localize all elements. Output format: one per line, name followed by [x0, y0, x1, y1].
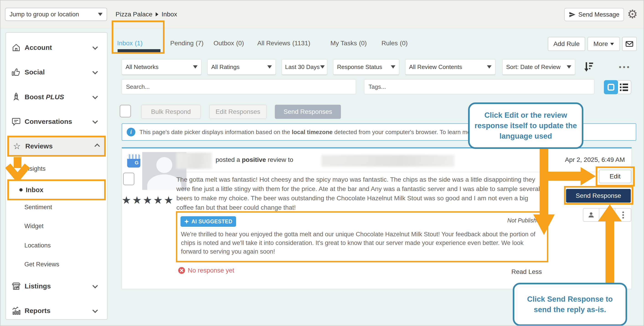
- select-all-checkbox[interactable]: [120, 105, 131, 117]
- breadcrumb-current: Inbox: [162, 11, 177, 18]
- rocket-icon: [11, 92, 22, 102]
- active-bullet-icon: [19, 188, 22, 191]
- reviews-inbox-page: Jump to group or location Pizza Palace I…: [0, 0, 644, 326]
- sidebar-item-label: Inbox: [26, 186, 43, 194]
- email-button[interactable]: [622, 37, 637, 51]
- chevron-down-icon: [193, 65, 198, 68]
- filter-networks[interactable]: All Networks: [122, 59, 202, 75]
- filter-response-status[interactable]: Response Status: [333, 59, 399, 75]
- sidebar-item-label: Social: [24, 68, 45, 76]
- more-button[interactable]: More: [588, 37, 620, 51]
- chevron-down-icon: [92, 283, 98, 288]
- caret-down-icon: [610, 43, 614, 45]
- chevron-down-icon: [567, 65, 571, 68]
- more-options-button[interactable]: •••: [619, 63, 631, 71]
- highlight-box-edit-button: [596, 166, 635, 186]
- jump-to-group-dropdown[interactable]: Jump to group or location: [5, 8, 107, 21]
- list-view-toggle[interactable]: [617, 80, 631, 94]
- circle-x-icon: [178, 267, 185, 274]
- tags-input[interactable]: [364, 79, 594, 94]
- sidebar-item-get-reviews[interactable]: Get Reviews: [24, 258, 93, 271]
- plus-badge: PLUS: [46, 93, 64, 101]
- chevron-down-icon: [92, 307, 98, 313]
- send-message-button[interactable]: Send Message: [564, 8, 624, 21]
- avatar-silhouette: [156, 157, 172, 173]
- card-view-toggle[interactable]: [604, 80, 618, 94]
- envelope-icon: [626, 41, 633, 47]
- storefront-icon: [11, 281, 22, 291]
- annotation-arrow-down-to-inbox: [6, 157, 33, 180]
- review-posted-line: posted a positive review to: [216, 152, 293, 168]
- star-rating: ★★★★★: [122, 194, 174, 206]
- read-less-link[interactable]: Read Less: [511, 268, 542, 276]
- paper-plane-icon: [569, 11, 576, 18]
- sidebar-item-label: Conversations: [24, 118, 72, 125]
- google-business-icon: G: [127, 154, 140, 168]
- banner-text: This page's date picker displays informa…: [140, 129, 478, 136]
- card-view-icon: [608, 84, 614, 91]
- chevron-up-icon: [94, 143, 100, 149]
- chevron-down-icon: [487, 65, 492, 68]
- sidebar-item-reviews[interactable]: ☆ Reviews: [7, 136, 106, 157]
- gear-icon[interactable]: ⚙: [627, 8, 638, 20]
- ai-suggested-badge: AI SUGGESTED: [180, 216, 236, 227]
- filter-review-contents[interactable]: All Review Contents: [405, 59, 496, 75]
- breadcrumb-separator-icon: [156, 12, 158, 16]
- chevron-down-icon: [98, 13, 102, 16]
- sidebar-item-label: Reviews: [25, 142, 53, 150]
- chart-icon: [11, 306, 22, 316]
- search-input[interactable]: [122, 79, 356, 94]
- breadcrumb-root[interactable]: Pizza Palace: [116, 11, 152, 18]
- star-icon: ☆: [12, 141, 22, 151]
- ai-response-text[interactable]: We're thrilled to hear you enjoyed the g…: [181, 230, 542, 256]
- tab-all-reviews[interactable]: All Reviews(1131): [257, 38, 310, 49]
- sidebar-item-boost-plus[interactable]: Boost PLUS: [11, 90, 102, 104]
- filter-sort[interactable]: Sort: Date of Review: [502, 59, 575, 75]
- edit-responses-button[interactable]: Edit Responses: [209, 105, 266, 119]
- sidebar-item-account[interactable]: Account: [11, 41, 102, 54]
- list-view-icon: [620, 83, 628, 85]
- sidebar-item-reports[interactable]: Reports: [11, 304, 102, 318]
- add-rule-button[interactable]: Add Rule: [548, 37, 585, 51]
- filter-date-range[interactable]: Last 30 Days: [282, 59, 327, 75]
- tab-outbox[interactable]: Outbox(0): [214, 38, 244, 49]
- sidebar-item-conversations[interactable]: Conversations: [11, 115, 102, 128]
- sidebar-item-listings[interactable]: Listings: [11, 279, 102, 293]
- sort-direction-button[interactable]: [584, 61, 594, 73]
- sidebar-item-locations[interactable]: Locations: [24, 239, 93, 252]
- bulk-respond-button[interactable]: Bulk Respond: [141, 105, 201, 119]
- tab-rules[interactable]: Rules(0): [382, 38, 408, 49]
- no-response-status: No response yet: [178, 267, 234, 274]
- callout-send-instruction: Click Send Response to send the reply as…: [513, 283, 627, 326]
- highlight-box-inbox-tab: [112, 20, 164, 54]
- home-icon: [11, 43, 22, 52]
- sidebar-item-label: Listings: [24, 282, 51, 290]
- send-responses-button[interactable]: Send Responses: [275, 105, 341, 119]
- review-select-checkbox[interactable]: [123, 173, 134, 185]
- sidebar-item-label: Account: [24, 44, 52, 51]
- sidebar-item-social[interactable]: Social: [11, 65, 102, 79]
- callout-send-text: Click Send Response to send the reply as…: [518, 294, 622, 315]
- chevron-down-icon: [391, 65, 396, 68]
- chevron-down-icon: [92, 44, 98, 50]
- sparkle-icon: [184, 219, 189, 224]
- annotation-arrow-edit-and-response: [532, 148, 598, 239]
- sort-descending-icon: [584, 61, 594, 72]
- business-name-redacted: [321, 155, 454, 167]
- tab-my-tasks[interactable]: My Tasks(0): [330, 38, 367, 49]
- sidebar-item-inbox[interactable]: Inbox: [7, 179, 106, 200]
- chevron-down-icon: [267, 65, 272, 68]
- info-icon: i: [127, 128, 135, 136]
- sidebar-item-sentiment[interactable]: Sentiment: [24, 201, 93, 214]
- sidebar-item-insights[interactable]: Insights: [24, 162, 93, 175]
- chevron-down-icon: [92, 94, 98, 99]
- reviewer-name-redacted: [176, 153, 212, 169]
- chevron-down-icon: [92, 118, 98, 124]
- thumbs-up-icon: [11, 67, 22, 77]
- tab-pending[interactable]: Pending(7): [170, 38, 204, 49]
- sidebar-item-label: Boost PLUS: [24, 93, 64, 101]
- filter-ratings[interactable]: All Ratings: [207, 59, 276, 75]
- chat-bubble-icon: [11, 117, 22, 126]
- send-message-label: Send Message: [578, 11, 620, 18]
- sidebar-item-widget[interactable]: Widget: [24, 220, 93, 232]
